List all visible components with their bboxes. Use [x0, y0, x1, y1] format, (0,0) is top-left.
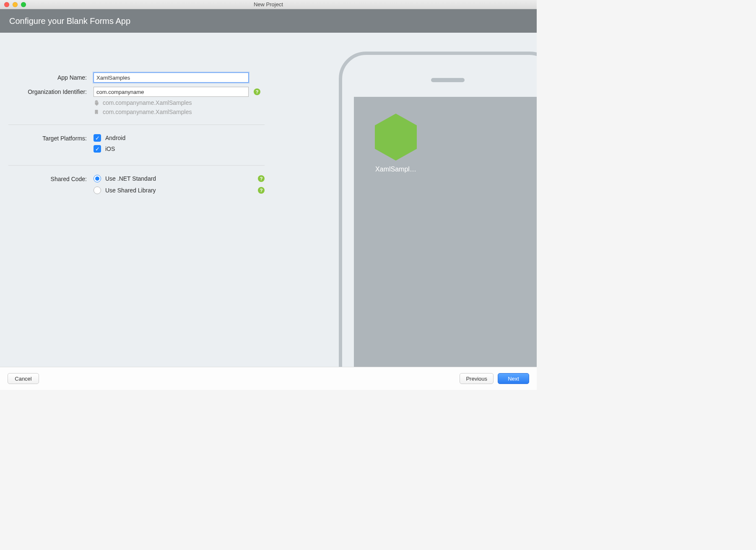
- phone-speaker-graphic: [431, 78, 465, 82]
- android-bundle-id: com.companyname.XamlSamples: [103, 99, 192, 106]
- divider: [8, 125, 265, 125]
- shared-code-netstandard-label: Use .NET Standard: [105, 175, 256, 182]
- preview-panel: XamlSampl…: [335, 33, 537, 367]
- target-platforms-label: Target Platforms:: [8, 134, 90, 142]
- help-icon[interactable]: ?: [258, 175, 265, 182]
- footer-bar: Cancel Previous Next: [0, 367, 537, 390]
- next-button[interactable]: Next: [498, 373, 529, 384]
- checkbox-checked-icon: ✓: [94, 134, 101, 142]
- previous-button[interactable]: Previous: [460, 373, 494, 384]
- app-name-label: App Name:: [8, 74, 90, 81]
- app-name-input[interactable]: [94, 73, 249, 83]
- svg-marker-2: [375, 114, 417, 161]
- preview-app-label: XamlSampl…: [375, 166, 416, 173]
- help-icon[interactable]: ?: [258, 187, 265, 194]
- ios-bundle-id: com.companyname.XamlSamples: [103, 109, 192, 115]
- titlebar: New Project: [0, 0, 537, 9]
- android-icon: [94, 100, 99, 106]
- shared-code-sharedlib-label: Use Shared Library: [105, 187, 256, 194]
- org-id-label: Organization Identifier:: [8, 88, 90, 95]
- content-area: App Name: Organization Identifier: ? com…: [0, 33, 537, 367]
- shared-code-netstandard-row[interactable]: Use .NET Standard ?: [94, 175, 265, 182]
- platform-android-label: Android: [105, 135, 125, 141]
- shared-code-label: Shared Code:: [8, 175, 90, 182]
- checkbox-checked-icon: ✓: [94, 145, 101, 153]
- hexagon-icon: [375, 114, 417, 161]
- ios-bundle-hint: com.companyname.XamlSamples: [94, 109, 249, 115]
- help-icon[interactable]: ?: [254, 88, 260, 95]
- svg-rect-1: [96, 114, 97, 114]
- platform-ios-row[interactable]: ✓ iOS: [94, 145, 265, 153]
- page-title: Configure your Blank Forms App: [9, 16, 130, 26]
- page-header: Configure your Blank Forms App: [0, 9, 537, 33]
- radio-selected-icon: [94, 175, 101, 182]
- cancel-button[interactable]: Cancel: [8, 373, 39, 384]
- phone-icon: [94, 109, 99, 115]
- org-id-input[interactable]: [94, 87, 249, 97]
- phone-screen-graphic: XamlSampl…: [354, 97, 537, 367]
- platform-android-row[interactable]: ✓ Android: [94, 134, 265, 142]
- app-tile: XamlSampl…: [375, 114, 417, 173]
- divider: [8, 165, 265, 166]
- android-bundle-hint: com.companyname.XamlSamples: [94, 99, 249, 106]
- window-title: New Project: [0, 1, 537, 8]
- radio-unselected-icon: [94, 187, 101, 194]
- shared-code-sharedlib-row[interactable]: Use Shared Library ?: [94, 187, 265, 194]
- phone-outline-graphic: XamlSampl…: [339, 52, 537, 367]
- platform-ios-label: iOS: [105, 145, 115, 152]
- form-panel: App Name: Organization Identifier: ? com…: [0, 33, 335, 367]
